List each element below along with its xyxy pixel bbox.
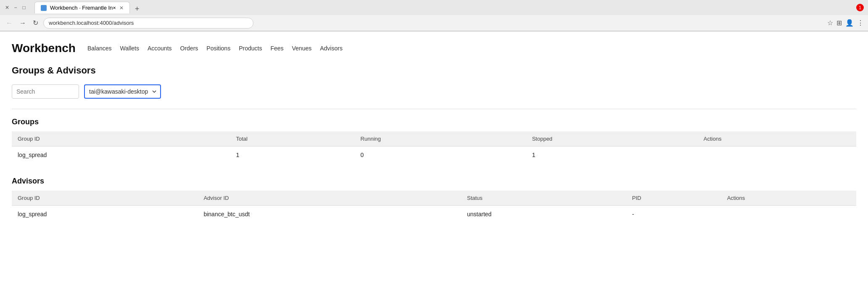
nav-orders[interactable]: Orders	[180, 45, 198, 52]
minimize-window-button[interactable]: −	[13, 5, 18, 10]
groups-section-title: Groups	[12, 118, 856, 126]
browser-notification-badge: 1	[856, 4, 864, 11]
advisor-group-id-cell: log_spread	[12, 206, 198, 223]
address-input[interactable]	[43, 18, 253, 29]
new-tab-button[interactable]: +	[132, 5, 142, 13]
search-input[interactable]	[12, 84, 79, 99]
nav-balances[interactable]: Balances	[87, 45, 112, 52]
advisors-table: Group ID Advisor ID Status PID Actions l…	[12, 191, 856, 223]
advisors-table-header-row: Group ID Advisor ID Status PID Actions	[12, 191, 856, 206]
group-total-cell: 1	[230, 147, 354, 164]
advisors-col-group-id: Group ID	[12, 191, 198, 206]
puzzle-icon[interactable]: ⊞	[836, 19, 842, 27]
group-running-cell: 0	[355, 147, 526, 164]
nav-venues[interactable]: Venues	[292, 45, 312, 52]
groups-col-actions: Actions	[698, 131, 856, 147]
filters-row: tai@kawasaki-desktop	[12, 84, 856, 99]
advisors-table-head: Group ID Advisor ID Status PID Actions	[12, 191, 856, 206]
groups-col-running: Running	[355, 131, 526, 147]
page-title: Groups & Advisors	[12, 65, 856, 76]
groups-table-body: log_spread 1 0 1	[12, 147, 856, 164]
nav-fees[interactable]: Fees	[270, 45, 283, 52]
nav-positions[interactable]: Positions	[206, 45, 230, 52]
groups-table-head: Group ID Total Running Stopped Actions	[12, 131, 856, 147]
groups-table-header-row: Group ID Total Running Stopped Actions	[12, 131, 856, 147]
account-select[interactable]: tai@kawasaki-desktop	[84, 84, 161, 99]
advisor-id-cell: binance_btc_usdt	[198, 206, 461, 223]
nav-accounts[interactable]: Accounts	[148, 45, 172, 52]
table-row: log_spread binance_btc_usdt unstarted -	[12, 206, 856, 223]
advisors-col-actions: Actions	[721, 191, 856, 206]
advisor-status-cell: unstarted	[461, 206, 626, 223]
tab-title: Workbench · Fremantle In×	[50, 5, 116, 11]
group-id-cell: log_spread	[12, 147, 230, 164]
groups-col-total: Total	[230, 131, 354, 147]
advisors-col-advisor-id: Advisor ID	[198, 191, 461, 206]
advisors-col-pid: PID	[626, 191, 721, 206]
active-tab[interactable]: Workbench · Fremantle In× ✕	[34, 2, 130, 13]
advisors-col-status: Status	[461, 191, 626, 206]
toolbar-icons: ☆ ⊞ 👤 ⋮	[827, 19, 864, 27]
advisor-pid-cell: -	[626, 206, 721, 223]
maximize-window-button[interactable]: □	[21, 5, 27, 10]
window-controls: ✕ − □	[4, 5, 27, 10]
star-icon[interactable]: ☆	[827, 19, 833, 27]
group-actions-cell	[698, 147, 856, 164]
close-window-button[interactable]: ✕	[4, 5, 10, 10]
address-bar-row: ← → ↻ ☆ ⊞ 👤 ⋮	[0, 15, 868, 31]
page-content: Workbench Balances Wallets Accounts Orde…	[0, 31, 868, 246]
table-row: log_spread 1 0 1	[12, 147, 856, 164]
advisors-section-title: Advisors	[12, 177, 856, 186]
tab-close-icon[interactable]: ✕	[119, 5, 124, 11]
main-nav: Balances Wallets Accounts Orders Positio…	[87, 45, 343, 52]
app-header: Workbench Balances Wallets Accounts Orde…	[12, 42, 856, 55]
advisor-actions-cell	[721, 206, 856, 223]
groups-col-stopped: Stopped	[526, 131, 698, 147]
profile-icon[interactable]: 👤	[845, 19, 854, 27]
tab-favicon	[41, 5, 47, 11]
advisors-table-body: log_spread binance_btc_usdt unstarted -	[12, 206, 856, 223]
reload-button[interactable]: ↻	[31, 18, 40, 28]
tab-bar: Workbench · Fremantle In× ✕ +	[30, 2, 146, 13]
browser-chrome: ✕ − □ Workbench · Fremantle In× ✕ + 1 ← …	[0, 0, 868, 31]
nav-advisors[interactable]: Advisors	[320, 45, 343, 52]
titlebar: ✕ − □ Workbench · Fremantle In× ✕ + 1	[0, 0, 868, 15]
back-button[interactable]: ←	[4, 18, 14, 28]
nav-wallets[interactable]: Wallets	[120, 45, 139, 52]
nav-products[interactable]: Products	[239, 45, 262, 52]
groups-col-group-id: Group ID	[12, 131, 230, 147]
section-divider	[12, 109, 856, 109]
forward-button[interactable]: →	[18, 18, 28, 28]
app-title: Workbench	[12, 42, 76, 55]
group-stopped-cell: 1	[526, 147, 698, 164]
groups-table: Group ID Total Running Stopped Actions l…	[12, 131, 856, 163]
menu-icon[interactable]: ⋮	[857, 19, 864, 27]
